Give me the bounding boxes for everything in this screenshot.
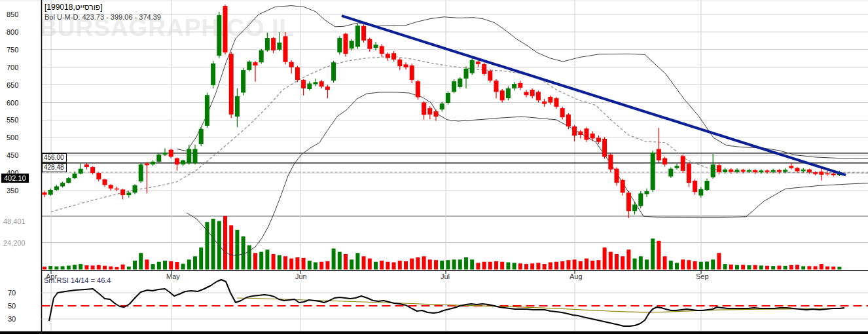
volume-bar: [127, 267, 131, 269]
volume-bar: [609, 252, 613, 270]
volume-bar: [265, 250, 269, 269]
volume-bar: [530, 263, 534, 269]
volume-bar: [494, 261, 498, 270]
volume-bar: [626, 250, 630, 269]
candle: [566, 115, 571, 126]
volume-bar: [807, 266, 811, 269]
volume-bar: [374, 262, 378, 270]
candle: [530, 90, 535, 96]
candle: [259, 50, 264, 62]
volume-bar: [560, 261, 564, 270]
volume-bar: [302, 258, 306, 270]
volume-bar: [54, 267, 58, 270]
candle: [717, 165, 721, 172]
candle: [344, 34, 348, 54]
candle: [391, 53, 396, 60]
volume-bar: [362, 256, 366, 269]
candle: [295, 67, 300, 80]
candle: [488, 71, 492, 81]
candle: [253, 62, 258, 65]
candle: [241, 70, 245, 92]
volume-bar: [211, 219, 215, 269]
candle: [698, 189, 703, 196]
volume-bar: [518, 263, 522, 269]
volume-bar: [759, 265, 763, 269]
volume-bar: [452, 259, 456, 269]
candle: [494, 81, 499, 92]
candle: [446, 93, 450, 103]
candle: [66, 178, 71, 183]
candle: [741, 170, 746, 172]
candle: [361, 26, 366, 41]
volume-bar: [223, 216, 227, 269]
candle: [109, 185, 113, 188]
volume-bar: [506, 263, 510, 270]
candle: [512, 84, 516, 88]
candle: [60, 183, 65, 186]
candle: [133, 185, 137, 193]
volume-bar: [603, 248, 607, 270]
candle: [235, 96, 240, 117]
candle: [397, 60, 402, 66]
volume-bar: [795, 265, 799, 269]
candle: [307, 83, 312, 89]
candle: [518, 83, 522, 88]
candle: [668, 169, 673, 177]
volume-bar: [657, 241, 660, 270]
candle: [54, 187, 59, 190]
bollinger-lower: [187, 92, 868, 256]
volume-bar: [151, 264, 155, 269]
candle: [831, 174, 836, 175]
volume-bar: [615, 254, 619, 270]
volume-bar: [585, 259, 588, 270]
candle: [536, 92, 541, 100]
volume-bar: [314, 263, 317, 270]
candle: [247, 62, 251, 70]
candle: [681, 156, 685, 171]
candle: [554, 98, 559, 107]
volume-bar: [741, 265, 745, 269]
candle: [223, 6, 228, 52]
volume-bar: [470, 259, 474, 269]
volume-bar: [163, 261, 167, 269]
volume-bar: [675, 263, 679, 269]
candle: [434, 111, 439, 117]
candle: [404, 64, 408, 67]
volume-bar: [693, 261, 697, 270]
candle: [621, 180, 625, 193]
volume-bar: [723, 264, 727, 269]
candle: [771, 170, 776, 172]
volume-bar: [355, 253, 359, 269]
volume-bar: [416, 257, 420, 270]
volume-bar: [422, 256, 426, 269]
volume-bar: [392, 263, 396, 270]
volume-bar: [404, 261, 408, 270]
volume-bar: [332, 249, 336, 270]
volume-bar: [91, 265, 95, 269]
volume-bar: [368, 259, 372, 270]
candle: [548, 97, 552, 103]
volume-bar: [181, 264, 185, 270]
volume-bar: [338, 252, 342, 270]
volume-bar: [476, 263, 480, 269]
candle: [645, 191, 649, 194]
volume-bar: [543, 264, 547, 269]
candle: [79, 169, 83, 174]
volume-bar: [639, 256, 643, 269]
candle: [452, 81, 456, 92]
volume-bar: [289, 259, 293, 270]
volume-bar: [784, 266, 787, 270]
chart-canvas[interactable]: [0, 0, 868, 334]
volume-bar: [319, 262, 323, 270]
candle: [440, 103, 444, 109]
candle: [205, 95, 209, 126]
chart-window: BURSAGRAPH.CO.IL [199018,פורסייט] Bol U-…: [0, 0, 868, 334]
volume-bar: [524, 264, 528, 269]
volume-bar: [67, 266, 71, 270]
candle: [90, 167, 95, 173]
candle: [301, 80, 306, 88]
volume-bar: [789, 265, 793, 270]
candle: [380, 46, 384, 54]
candle: [265, 38, 270, 50]
volume-bar: [801, 266, 805, 269]
